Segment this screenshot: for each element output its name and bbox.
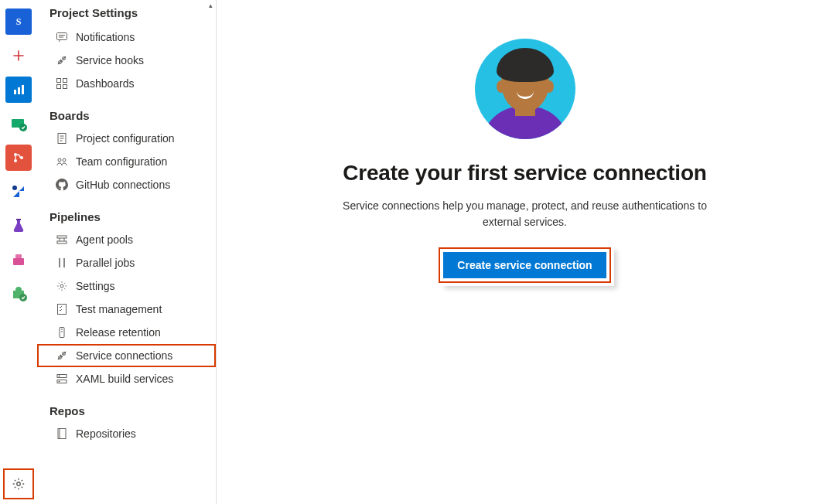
svg-rect-29 [60,328,64,338]
svg-rect-18 [57,79,61,83]
nav-agent-pools[interactable]: Agent pools [37,228,216,251]
rail-settings-button[interactable] [3,468,34,499]
nav-label: Project configuration [76,132,175,145]
sidebar-title: Project Settings [37,0,216,26]
github-icon [56,179,68,191]
rail-extensions-icon[interactable] [5,281,32,307]
scroll-up-icon: ▴ [207,2,214,9]
nav-xaml-build-services[interactable]: XAML build services [37,367,216,390]
nav-test-management[interactable]: Test management [37,298,216,321]
svg-rect-26 [57,241,67,243]
nav-service-hooks[interactable]: Service hooks [37,49,216,72]
rail-add-icon[interactable] [5,43,32,69]
svg-rect-10 [16,219,21,220]
nav-label: Service hooks [76,54,144,66]
nav-label: Repositories [76,427,136,440]
retention-icon [56,326,68,339]
group-header-pipelines: Pipelines [37,196,216,228]
svg-rect-1 [14,90,16,94]
nav-label: Settings [76,280,115,292]
page-subtext: Service connections help you manage, pro… [324,198,726,230]
svg-point-34 [59,376,60,376]
svg-point-9 [12,186,17,190]
avatar-illustration [475,39,575,139]
rail-test-icon[interactable] [5,213,32,239]
nav-label: Dashboards [76,77,135,90]
gear-icon [12,477,26,491]
nav-label: Release retention [76,326,161,339]
svg-point-27 [60,284,63,288]
main-content: Create your first service connection Ser… [217,0,833,504]
server-icon [56,373,68,385]
team-icon [56,155,68,168]
gear-icon [56,280,68,292]
nav-team-configuration[interactable]: Team configuration [37,150,216,173]
dashboard-icon [56,77,68,90]
nav-project-configuration[interactable]: Project configuration [37,127,216,150]
svg-rect-20 [57,85,61,89]
pool-icon [56,233,68,246]
svg-rect-3 [22,85,24,94]
cta-highlight-box: Create service connection [439,247,610,283]
left-rail: S [0,0,37,504]
rail-boards-icon[interactable] [5,77,32,103]
doc-icon [56,132,68,145]
plug-icon [56,349,68,362]
svg-point-23 [58,158,61,162]
nav-pipeline-settings[interactable]: Settings [37,274,216,298]
chat-icon [56,31,68,43]
nav-release-retention[interactable]: Release retention [37,321,216,344]
rail-pipelines-icon[interactable] [5,179,32,205]
rail-work-icon[interactable] [5,111,32,137]
svg-rect-12 [15,254,22,258]
parallel-icon [56,257,68,269]
svg-point-24 [63,158,66,162]
svg-point-35 [59,381,60,382]
group-header-boards: Boards [37,95,216,127]
svg-rect-21 [63,85,67,89]
nav-label: Notifications [76,31,135,43]
svg-point-7 [14,159,17,162]
nav-repositories[interactable]: Repositories [37,422,216,445]
nav-label: Team configuration [76,155,167,168]
nav-label: Test management [76,303,162,315]
nav-label: Parallel jobs [76,257,135,269]
svg-text:S: S [16,16,22,27]
svg-rect-11 [13,258,24,265]
nav-label: XAML build services [76,373,173,385]
nav-label: Agent pools [76,233,133,246]
nav-service-connections[interactable]: Service connections [37,344,216,367]
settings-sidebar: ▴ Project Settings Notifications Service… [37,0,217,504]
nav-notifications[interactable]: Notifications [37,26,216,49]
plug-icon [56,54,68,66]
nav-parallel-jobs[interactable]: Parallel jobs [37,251,216,274]
rail-artifacts-icon[interactable] [5,247,32,273]
group-header-repos: Repos [37,390,216,422]
svg-point-14 [17,482,20,485]
svg-rect-15 [57,33,67,40]
page-headline: Create your first service connection [343,161,707,186]
svg-rect-2 [18,87,20,94]
create-service-connection-button[interactable]: Create service connection [443,252,606,278]
svg-rect-19 [63,79,67,83]
nav-label: Service connections [76,349,172,362]
svg-rect-25 [57,236,67,238]
rail-project-icon[interactable]: S [5,9,32,35]
nav-dashboards[interactable]: Dashboards [37,72,216,95]
svg-point-6 [14,153,17,156]
checklist-icon [56,303,68,315]
rail-repos-icon[interactable] [5,145,32,171]
nav-github-connections[interactable]: GitHub connections [37,173,216,196]
repo-icon [56,427,68,440]
nav-label: GitHub connections [76,179,170,191]
